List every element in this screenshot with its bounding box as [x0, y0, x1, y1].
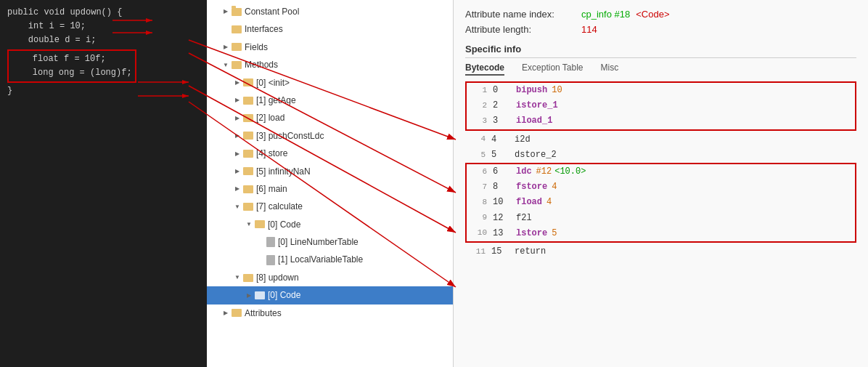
attr-name-value: cp_info #18: [581, 9, 630, 20]
expand-icon-calculate-code: ▼: [245, 220, 253, 229]
bytecode-row-1: 1 0 bipush 10: [467, 83, 855, 98]
bytecode-row-11: 11 15 return: [465, 244, 856, 259]
expand-icon-attributes: ▶: [221, 309, 230, 318]
tree-item-methods[interactable]: ▼ Methods: [207, 56, 453, 73]
tree-item-updown-code[interactable]: ▶ [0] Code: [207, 286, 453, 304]
expand-icon-updown: ▼: [233, 273, 242, 282]
tab-exception-table[interactable]: Exception Table: [522, 62, 584, 76]
folder-icon-getage: [243, 97, 253, 105]
bytecode-group-1: 1 0 bipush 10 2 2 istore_1 3 3 iload_1: [465, 81, 856, 131]
expand-icon-calculate: ▼: [233, 202, 242, 211]
specific-info-title: Specific info: [465, 44, 856, 58]
tree-item-pushconstldc[interactable]: ▶ [3] pushConstLdc: [207, 127, 453, 145]
tree-panel[interactable]: ▶ Constant Pool Interfaces ▶ Fields ▼ Me…: [207, 0, 454, 367]
doc-icon-linenumbertable: [266, 237, 275, 247]
tree-item-attributes[interactable]: ▶ Attributes: [207, 305, 453, 322]
code-line-2: int i = 10;: [7, 20, 200, 33]
attr-name-label: Attribute name index:: [465, 9, 581, 20]
folder-icon-constant-pool: [232, 8, 242, 16]
tree-item-interfaces[interactable]: Interfaces: [207, 20, 453, 38]
attr-name-angle: <Code>: [636, 9, 669, 20]
folder-icon-updown-code: [255, 291, 265, 299]
tree-label-pushconstldc: [3] pushConstLdc: [256, 129, 324, 143]
bytecode-row-2: 2 2 istore_1: [467, 98, 855, 113]
tree-label-linenumbertable: [0] LineNumberTable: [278, 235, 359, 249]
bytecode-table: 1 0 bipush 10 2 2 istore_1 3 3 iload_1: [465, 81, 856, 259]
folder-icon-store: [243, 150, 253, 158]
tree-label-localvariabletable: [1] LocalVariableTable: [278, 252, 363, 267]
bytecode-row-4: 4 4 i2d: [465, 132, 856, 148]
attr-length-value: 114: [581, 24, 597, 35]
expand-icon-infinitynan: ▶: [233, 167, 242, 176]
expand-icon-store: ▶: [233, 149, 242, 158]
attr-name-row: Attribute name index: cp_info #18 <Code>: [465, 9, 856, 20]
tree-item-localvariabletable[interactable]: [1] LocalVariableTable: [207, 251, 453, 268]
bytecode-row-7: 7 8 fstore 4: [467, 180, 855, 195]
tree-item-init[interactable]: ▶ [0] <init>: [207, 74, 453, 92]
expand-icon-getage: ▶: [233, 96, 242, 105]
code-line-3: double d = i;: [7, 33, 200, 47]
tabs-row[interactable]: Bytecode Exception Table Misc: [465, 62, 856, 76]
folder-icon-pushconstldc: [243, 132, 253, 140]
expand-icon-methods: ▼: [221, 60, 230, 69]
expand-icon-interfaces: [221, 25, 230, 34]
tree-label-methods: Methods: [245, 57, 278, 72]
tree-item-fields[interactable]: ▶ Fields: [207, 39, 453, 56]
bytecode-row-9: 9 12 f2l: [467, 211, 855, 226]
expand-icon-load: ▶: [233, 114, 242, 123]
tree-item-calculate-code[interactable]: ▼ [0] Code: [207, 216, 453, 233]
attr-length-row: Attribute length: 114: [465, 24, 856, 35]
expand-icon-updown-code: ▶: [245, 291, 253, 299]
tree-label-attributes: Attributes: [245, 306, 282, 320]
folder-icon-infinitynan: [243, 167, 253, 175]
tree-label-calculate-code: [0] Code: [268, 217, 300, 232]
tree-item-calculate[interactable]: ▼ [7] calculate: [207, 198, 453, 215]
folder-icon-fields: [232, 43, 242, 51]
expand-icon-constant-pool: ▶: [221, 7, 230, 16]
expand-icon-init: ▶: [233, 78, 242, 87]
code-line-1: public void updown() {: [7, 6, 200, 20]
bytecode-row-6: 6 6 ldc #12 <10.0>: [467, 164, 855, 180]
code-box-float: float f = 10f; long ong = (long)f;: [7, 49, 136, 83]
folder-icon-init: [243, 78, 253, 86]
bytecode-row-10: 10 13 lstore 5: [467, 226, 855, 241]
folder-icon-load: [243, 114, 253, 122]
expand-icon-linenumbertable: [256, 238, 265, 246]
tree-item-getage[interactable]: ▶ [1] getAge: [207, 92, 453, 109]
tab-misc[interactable]: Misc: [601, 62, 619, 76]
bytecode-row-8: 8 10 fload 4: [467, 195, 855, 210]
bytecode-group-2: 6 6 ldc #12 <10.0> 7 8 fstore 4 8 10: [465, 163, 856, 243]
tree-label-constant-pool: Constant Pool: [245, 4, 299, 19]
folder-icon-calculate-code: [255, 220, 265, 228]
tree-item-load[interactable]: ▶ [2] load: [207, 109, 453, 126]
folder-icon-calculate: [243, 203, 253, 211]
tree-item-updown[interactable]: ▼ [8] updown: [207, 269, 453, 286]
folder-icon-interfaces: [232, 25, 242, 33]
folder-icon-updown: [243, 274, 253, 282]
tree-item-infinitynan[interactable]: ▶ [5] infinityNaN: [207, 163, 453, 180]
tree-label-main: [6] main: [256, 182, 287, 196]
folder-icon-attributes: [232, 309, 242, 317]
tree-label-interfaces: Interfaces: [245, 22, 283, 36]
tree-label-store: [4] store: [256, 146, 287, 161]
tree-label-calculate: [7] calculate: [256, 199, 303, 214]
tree-item-main[interactable]: ▶ [6] main: [207, 180, 453, 198]
tree-label-updown-code: [0] Code: [268, 288, 300, 302]
expand-icon-pushconstldc: ▶: [233, 132, 242, 140]
expand-icon-localvariabletable: [256, 256, 265, 265]
tree-label-infinitynan: [5] infinityNaN: [256, 164, 311, 179]
tree-item-store[interactable]: ▶ [4] store: [207, 145, 453, 162]
code-panel: public void updown() { int i = 10; doubl…: [0, 0, 207, 367]
code-line-closing: }: [7, 84, 200, 98]
folder-icon-main: [243, 185, 253, 193]
folder-icon-methods: [232, 61, 242, 69]
tree-label-load: [2] load: [256, 110, 284, 125]
tree-item-linenumbertable[interactable]: [0] LineNumberTable: [207, 233, 453, 251]
expand-icon-fields: ▶: [221, 43, 230, 52]
tree-item-constant-pool[interactable]: ▶ Constant Pool: [207, 3, 453, 20]
tree-label-getage: [1] getAge: [256, 93, 296, 108]
tree-label-updown: [8] updown: [256, 270, 299, 285]
expand-icon-main: ▶: [233, 185, 242, 193]
tab-bytecode[interactable]: Bytecode: [465, 62, 504, 76]
doc-icon-localvariabletable: [266, 255, 275, 265]
